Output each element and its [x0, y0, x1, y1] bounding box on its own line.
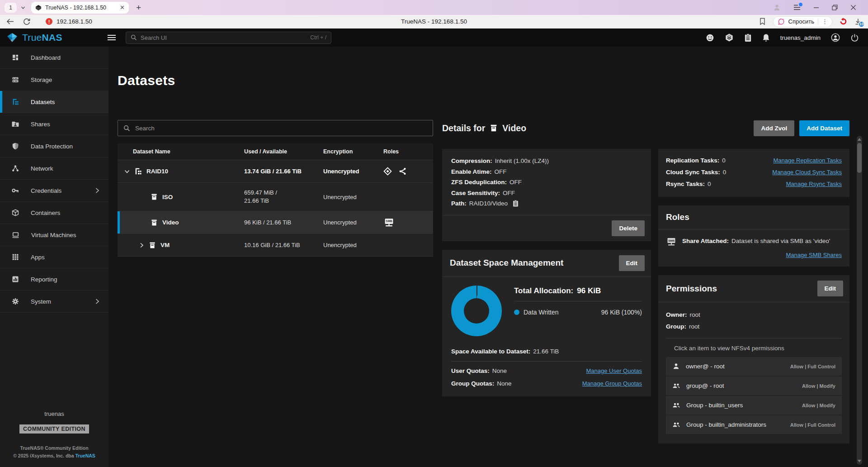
sidebar-item-reporting[interactable]: Reporting [0, 268, 108, 291]
ask-ai-menu-icon[interactable]: ⋮ [822, 18, 828, 25]
sidebar-item-storage[interactable]: Storage [0, 69, 108, 91]
copy-path-icon[interactable] [512, 200, 519, 207]
hostname-label: truenas [0, 410, 108, 417]
group-quotas-row: Group Quotas:None Manage Group Quotas [451, 380, 642, 387]
feedback-smiley-icon[interactable] [706, 33, 714, 42]
table-row-raid10[interactable]: RAID10 13.74 GiB / 21.66 TiB Unencrypted [118, 160, 433, 183]
permission-entry-group[interactable]: group@ - root Allow | Modify [666, 376, 842, 395]
prop-value: OFF [509, 177, 522, 188]
dataset-search-input[interactable] [135, 125, 427, 132]
chevron-right-icon [95, 188, 99, 193]
manage-user-quotas-link[interactable]: Manage User Quotas [586, 367, 642, 374]
sidebar-item-apps[interactable]: Apps [0, 246, 108, 268]
encryption-state: Unencrypted [323, 194, 383, 200]
chevron-right-icon[interactable] [138, 242, 145, 248]
window-close-icon[interactable] [850, 5, 856, 10]
manage-group-quotas-link[interactable]: Manage Group Quotas [582, 380, 642, 387]
window-restore-icon[interactable] [832, 5, 838, 10]
tasks-card: Replication Tasks:0 Manage Replication T… [658, 149, 849, 197]
truenas-favicon-icon [35, 5, 42, 11]
window-minimize-icon[interactable] [813, 5, 819, 10]
ask-ai-button[interactable]: Спросить ⋮ [773, 16, 832, 27]
prop-label: Case Sensitivity: [451, 188, 500, 199]
chevron-down-icon[interactable] [124, 168, 130, 175]
space-edit-button[interactable]: Edit [619, 255, 645, 271]
scrollbar-thumb[interactable] [857, 143, 862, 173]
prop-label: Compression: [451, 156, 492, 167]
power-icon[interactable] [850, 33, 859, 42]
browser-menu-icon[interactable] [793, 5, 801, 10]
group-icon [672, 382, 680, 390]
sidebar-item-dashboard[interactable]: Dashboard [0, 47, 108, 69]
browser-profile-icon[interactable] [773, 4, 781, 11]
new-tab-button[interactable]: + [136, 3, 141, 13]
permissions-edit-button[interactable]: Edit [817, 281, 844, 296]
laptop-icon [12, 231, 19, 238]
sidebar-item-datasets[interactable]: Datasets [0, 91, 108, 113]
not-secure-icon[interactable]: ! [46, 18, 52, 25]
rsync-tasks-row: Rsync Tasks:0 Manage Rsync Tasks [666, 178, 842, 190]
bookmark-icon[interactable] [759, 18, 766, 25]
ask-ai-icon [778, 18, 785, 25]
table-row-vm[interactable]: VM 10.16 GiB / 21.66 TiB Unencrypted [118, 234, 433, 257]
add-dataset-button[interactable]: Add Dataset [799, 120, 849, 136]
download-badge: 10 [858, 21, 865, 28]
browser-tab[interactable]: TrueNAS - 192.168.1.50 ✕ [31, 2, 129, 14]
tab-list-chevron-icon[interactable] [20, 5, 26, 10]
app-header: TrueNAS Ctrl + / truenas_admin [0, 29, 868, 47]
sidebar-item-system[interactable]: System [0, 291, 108, 313]
truenas-stack-icon[interactable] [725, 33, 734, 42]
sidebar-item-label: Network [31, 165, 53, 172]
back-icon[interactable] [6, 18, 14, 25]
add-zvol-button[interactable]: Add Zvol [754, 120, 794, 136]
truenas-brand[interactable]: TrueNAS [6, 32, 102, 43]
sidebar-item-shares[interactable]: Shares [0, 113, 108, 135]
sidebar-item-label: Storage [31, 76, 52, 83]
sidebar-item-network[interactable]: Network [0, 157, 108, 180]
extension-icon[interactable] [840, 18, 847, 25]
sidebar-item-data-protection[interactable]: Data Protection [0, 135, 108, 157]
permission-entry-builtin-users[interactable]: Group - builtin_users Allow | Modify [666, 396, 842, 415]
scroll-up-icon[interactable] [858, 138, 861, 141]
dataset-search[interactable] [118, 120, 433, 136]
brand-text-1: True [22, 32, 42, 43]
global-search-input[interactable] [141, 34, 307, 41]
dataset-details-card: Compression:Inherit (1.00x (LZ4)) Enable… [442, 149, 651, 241]
table-row-video[interactable]: Video 96 KiB / 21.66 TiB Unencrypted SMB [118, 211, 433, 234]
sidebar-item-label: System [31, 298, 51, 305]
permission-entry-builtin-administrators[interactable]: Group - builtin_administrators Allow | F… [666, 415, 842, 434]
jobs-clipboard-icon[interactable] [744, 33, 752, 42]
manage-cloud-sync-tasks-link[interactable]: Manage Cloud Sync Tasks [772, 167, 842, 178]
share-attached-row: SMB Share Attached:Dataset is shared via… [666, 236, 842, 247]
legend-data-written: Data Written 96 KiB (100%) [514, 309, 642, 316]
scroll-down-icon[interactable] [858, 460, 861, 462]
global-search[interactable]: Ctrl + / [126, 32, 331, 44]
table-row-iso[interactable]: ISO 659.47 MiB /21.66 TiB Unencrypted [118, 183, 433, 211]
address-bar[interactable]: ! 192.168.1.50 [46, 18, 92, 25]
details-dataset-name: Video [502, 123, 526, 133]
sidebar-item-containers[interactable]: Containers [0, 202, 108, 224]
refresh-icon[interactable] [23, 18, 30, 25]
footer-truenas-link[interactable]: TrueNAS [75, 453, 95, 458]
tab-counter[interactable]: 1 [5, 3, 17, 13]
permission-entry-owner[interactable]: owner@ - root Allow | Full Control [666, 357, 842, 376]
delete-button[interactable]: Delete [612, 220, 645, 236]
apps-grid-icon [12, 253, 19, 261]
manage-replication-tasks-link[interactable]: Manage Replication Tasks [773, 155, 842, 167]
manage-rsync-tasks-link[interactable]: Manage Rsync Tasks [786, 178, 842, 190]
datasets-panel: Dataset Name Used / Available Encryption… [118, 120, 433, 452]
ask-ai-label: Спросить [788, 18, 814, 25]
sidebar-item-virtual-machines[interactable]: Virtual Machines [0, 224, 108, 246]
user-avatar-icon[interactable] [831, 33, 840, 42]
manage-smb-shares-link[interactable]: Manage SMB Shares [786, 252, 842, 258]
nfsv4-hint: Click an item to view NFSv4 permissions [666, 338, 842, 357]
alerts-bell-icon[interactable] [762, 33, 770, 42]
url-text[interactable]: 192.168.1.50 [57, 18, 92, 25]
sidebar-item-label: Data Protection [31, 143, 73, 150]
apps-pool-icon [383, 167, 392, 176]
sidenav-toggle-icon[interactable] [108, 35, 116, 40]
sidebar-item-credentials[interactable]: Credentials [0, 180, 108, 202]
downloads-button[interactable]: 10 [854, 18, 862, 25]
details-scrollbar[interactable] [857, 136, 862, 465]
tab-close-icon[interactable]: ✕ [120, 4, 125, 11]
